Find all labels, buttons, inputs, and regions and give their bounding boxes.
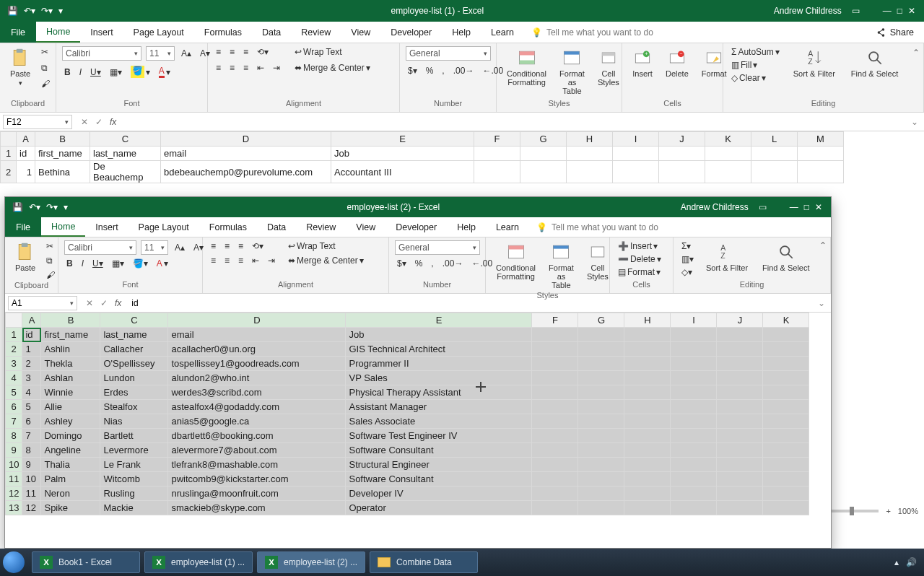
cell[interactable] — [624, 400, 671, 414]
cell[interactable]: Job — [346, 328, 532, 342]
cell[interactable]: Winnie — [41, 385, 100, 400]
conditional-formatting-button[interactable]: Conditional Formatting — [502, 46, 551, 88]
number-format-select[interactable]: General — [395, 240, 480, 255]
cell[interactable] — [671, 400, 717, 414]
formula-input[interactable] — [127, 296, 812, 310]
tab-formulas[interactable]: Formulas — [199, 217, 257, 237]
cell[interactable]: werdes3@scribd.com — [168, 385, 346, 400]
merge-center-button[interactable]: ⬌ Merge & Center ▾ — [292, 62, 372, 74]
cell[interactable] — [751, 161, 798, 183]
cell[interactable] — [659, 147, 705, 161]
column-header[interactable]: G — [520, 132, 567, 147]
tab-page-layout[interactable]: Page Layout — [128, 217, 199, 237]
tray-volume-icon[interactable]: 🔊 — [906, 557, 917, 567]
increase-font-button[interactable]: A▴ — [179, 48, 193, 59]
tab-learn[interactable]: Learn — [481, 22, 524, 43]
column-header[interactable]: K — [763, 313, 809, 328]
cell[interactable] — [798, 161, 844, 183]
cell-styles-button[interactable]: Cell Styles — [593, 46, 624, 88]
cell[interactable] — [532, 501, 578, 515]
italic-button[interactable]: I — [79, 258, 86, 269]
cell[interactable] — [520, 161, 567, 183]
cell[interactable] — [532, 328, 578, 342]
column-header[interactable]: E — [346, 313, 532, 328]
cell[interactable] — [717, 486, 763, 501]
maximize-button[interactable]: □ — [897, 6, 902, 16]
align-center-button[interactable]: ≡ — [222, 255, 232, 266]
accounting-format-button[interactable]: $▾ — [395, 258, 409, 269]
cell[interactable]: Bethina — [35, 161, 90, 183]
cell[interactable] — [763, 342, 809, 357]
column-header[interactable]: I — [671, 313, 717, 328]
column-header[interactable]: C — [100, 313, 168, 328]
cell[interactable] — [624, 414, 671, 429]
cell[interactable]: Software Consultant — [346, 443, 532, 458]
cell[interactable] — [624, 342, 671, 357]
cell-styles-button[interactable]: Cell Styles — [583, 240, 613, 282]
accounting-format-button[interactable]: $▾ — [406, 65, 419, 77]
orientation-button[interactable]: ⟲▾ — [250, 240, 266, 252]
cell[interactable]: Ashlin — [41, 342, 100, 357]
undo-icon[interactable]: ↶▾ — [24, 6, 35, 16]
cell[interactable] — [705, 161, 751, 183]
cell[interactable] — [671, 458, 717, 472]
save-icon[interactable]: 💾 — [7, 6, 18, 16]
cell[interactable] — [567, 147, 613, 161]
bold-button[interactable]: B — [62, 66, 73, 78]
font-size-select[interactable]: 11 — [146, 46, 175, 61]
cell[interactable]: Spike — [41, 501, 100, 515]
cell[interactable]: 1 — [17, 161, 35, 183]
cell[interactable]: Thalia — [41, 458, 100, 472]
cell[interactable] — [578, 429, 624, 443]
tab-formulas[interactable]: Formulas — [194, 22, 252, 43]
row-header[interactable]: 10 — [6, 458, 22, 472]
column-header[interactable]: I — [613, 132, 659, 147]
column-header[interactable]: G — [578, 313, 624, 328]
redo-icon[interactable]: ↷▾ — [46, 202, 58, 212]
cell[interactable]: dbartlett6@booking.com — [168, 429, 346, 443]
orientation-button[interactable]: ⟲▾ — [255, 46, 271, 58]
cell[interactable] — [671, 328, 717, 342]
autosum-button[interactable]: Σ AutoSum ▾ — [729, 46, 782, 58]
cell[interactable]: 12 — [22, 501, 41, 515]
cell[interactable]: Levermore — [100, 443, 168, 458]
fill-color-button[interactable]: 🪣▾ — [131, 258, 150, 269]
cell[interactable] — [532, 342, 578, 357]
insert-cells-button[interactable]: +Insert — [628, 46, 657, 79]
cell[interactable] — [705, 147, 751, 161]
tab-help[interactable]: Help — [442, 22, 481, 43]
cell[interactable] — [520, 147, 567, 161]
row-header[interactable]: 2 — [6, 342, 22, 357]
cell[interactable] — [532, 486, 578, 501]
tell-me-search[interactable]: 💡Tell me what you want to do — [529, 217, 772, 237]
cell[interactable] — [763, 385, 809, 400]
row-header[interactable]: 2 — [1, 161, 17, 183]
cell[interactable]: Job — [331, 147, 474, 161]
cell[interactable]: 8 — [22, 443, 41, 458]
row-header[interactable]: 9 — [6, 443, 22, 458]
tab-view[interactable]: View — [341, 22, 380, 43]
cell[interactable]: Programmer II — [346, 357, 532, 371]
row-header[interactable]: 6 — [6, 400, 22, 414]
cell[interactable]: Thekla — [41, 357, 100, 371]
cell[interactable]: tospellissey1@goodreads.com — [168, 357, 346, 371]
underline-button[interactable]: U▾ — [90, 258, 105, 269]
cell[interactable]: Erdes — [100, 385, 168, 400]
percent-format-button[interactable]: % — [413, 258, 425, 269]
cell[interactable]: first_name — [41, 328, 100, 342]
column-header[interactable]: B — [41, 313, 100, 328]
cell[interactable]: De Beauchemp — [90, 161, 161, 183]
column-header[interactable]: H — [624, 313, 671, 328]
cell[interactable]: email — [168, 328, 346, 342]
increase-indent-button[interactable]: ⇥ — [266, 255, 277, 266]
cell[interactable] — [717, 429, 763, 443]
cell[interactable] — [578, 414, 624, 429]
account-user[interactable]: Andrew Childress — [774, 6, 842, 16]
column-header[interactable]: A — [22, 313, 41, 328]
comma-format-button[interactable]: , — [429, 258, 435, 269]
cell[interactable] — [624, 429, 671, 443]
taskbar-item-folder[interactable]: Combine Data — [370, 551, 478, 573]
align-middle-button[interactable]: ≡ — [227, 46, 237, 58]
cell[interactable] — [671, 371, 717, 385]
column-header[interactable]: M — [798, 132, 844, 147]
